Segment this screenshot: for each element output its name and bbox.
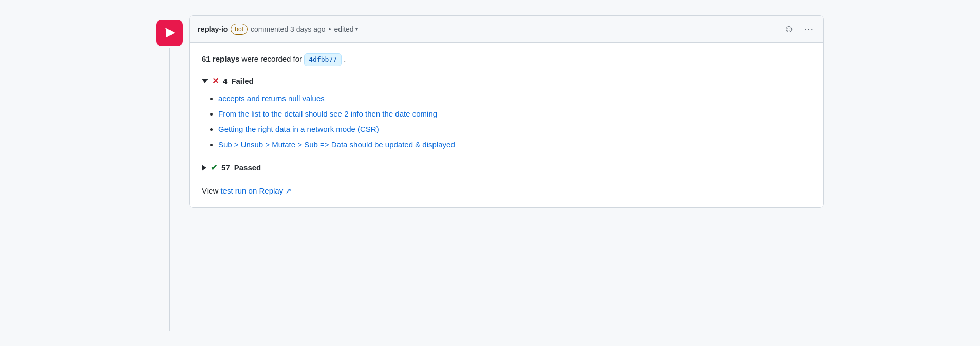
edited-label: edited — [334, 25, 353, 33]
comment-box: replay-io bot commented 3 days ago • edi… — [189, 15, 824, 208]
passed-label: Passed — [234, 162, 261, 174]
more-options-button[interactable]: ··· — [802, 21, 815, 37]
x-icon: ✕ — [212, 74, 219, 88]
smiley-icon: ☺ — [784, 23, 794, 35]
failed-label: Failed — [231, 75, 253, 87]
edited-button[interactable]: edited ▾ — [334, 25, 357, 33]
passed-section-header[interactable]: ✔ 57 Passed — [202, 161, 811, 175]
view-replay-line: View test run on Replay ↗ — [202, 185, 811, 197]
comment-header-right: ☺ ··· — [782, 21, 815, 37]
test-link-4[interactable]: Sub > Unsub > Mutate > Sub => Data shoul… — [218, 140, 455, 149]
passed-section: ✔ 57 Passed — [202, 161, 811, 175]
avatar — [156, 20, 183, 46]
list-item: Sub > Unsub > Mutate > Sub => Data shoul… — [218, 139, 811, 151]
test-link-2[interactable]: From the list to the detail should see 2… — [218, 109, 437, 118]
emoji-react-button[interactable]: ☺ — [782, 21, 796, 37]
failed-section: ✕ 4 Failed accepts and returns null valu… — [202, 74, 811, 151]
replay-run-link[interactable]: test run on Replay ↗ — [220, 186, 292, 195]
list-item: Getting the right data in a network mode… — [218, 123, 811, 136]
test-link-1[interactable]: accepts and returns null values — [218, 94, 325, 103]
page-wrapper: replay-io bot commented 3 days ago • edi… — [156, 15, 824, 331]
comment-username[interactable]: replay-io — [198, 25, 228, 33]
failed-count: 4 — [223, 75, 227, 87]
timeline-line — [169, 48, 170, 331]
comment-header: replay-io bot commented 3 days ago • edi… — [190, 16, 823, 43]
avatar-column — [156, 15, 183, 331]
bot-badge: bot — [231, 24, 248, 35]
comment-body: 61 replays were recorded for 4dfbb77 . ✕… — [190, 43, 823, 207]
triangle-right-icon — [202, 165, 206, 171]
comment-header-left: replay-io bot commented 3 days ago • edi… — [198, 24, 358, 35]
list-item: From the list to the detail should see 2… — [218, 108, 811, 120]
summary-middle-text: were recorded for — [239, 54, 304, 63]
triangle-down-icon — [202, 79, 208, 83]
replay-count: 61 replays — [202, 54, 239, 63]
failed-tests-list: accepts and returns null values From the… — [202, 92, 811, 151]
replay-logo-icon — [162, 26, 177, 40]
passed-count: 57 — [221, 162, 230, 174]
comment-meta: commented 3 days ago — [251, 25, 326, 33]
view-prefix-text: View — [202, 186, 220, 195]
summary-line: 61 replays were recorded for 4dfbb77 . — [202, 53, 811, 66]
check-icon: ✔ — [211, 161, 217, 175]
test-link-3[interactable]: Getting the right data in a network mode… — [218, 125, 379, 133]
failed-section-header[interactable]: ✕ 4 Failed — [202, 74, 811, 88]
chevron-down-icon: ▾ — [355, 26, 358, 32]
svg-marker-0 — [166, 28, 175, 37]
commit-hash-link[interactable]: 4dfbb77 — [304, 53, 342, 66]
list-item: accepts and returns null values — [218, 92, 811, 105]
summary-suffix-text: . — [342, 54, 346, 63]
ellipsis-icon: ··· — [804, 23, 813, 35]
comment-separator: • — [329, 25, 331, 33]
